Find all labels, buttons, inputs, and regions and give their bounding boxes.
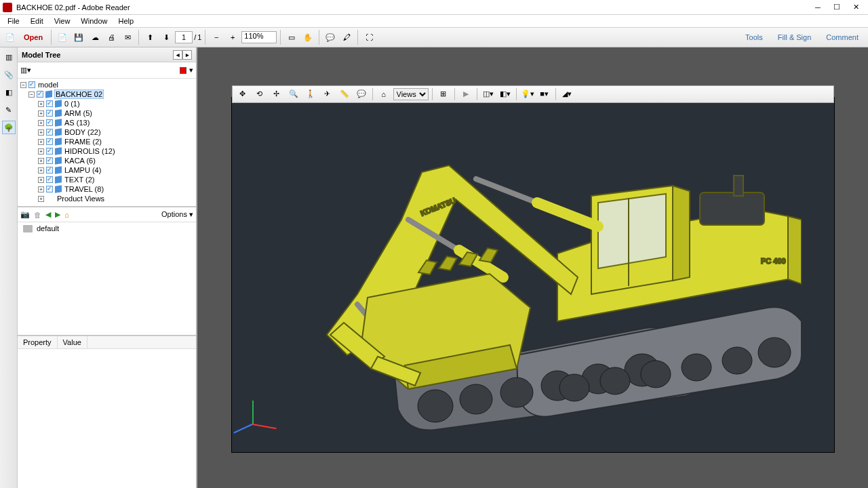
- create-pdf-icon[interactable]: 📄: [55, 30, 70, 45]
- expand-icon[interactable]: +: [38, 129, 44, 136]
- menu-view[interactable]: View: [50, 16, 75, 26]
- expand-icon[interactable]: +: [38, 120, 44, 126]
- tree-node[interactable]: +KACA (6): [18, 156, 196, 165]
- camera-icon[interactable]: 📷: [20, 210, 30, 219]
- expand-icon[interactable]: +: [38, 139, 44, 145]
- tree-node[interactable]: +FRAME (2): [18, 137, 196, 146]
- delete-icon[interactable]: 🗑: [34, 211, 41, 219]
- open-button[interactable]: Open: [19, 30, 47, 45]
- checkbox-icon[interactable]: [46, 110, 53, 117]
- expand-icon[interactable]: +: [38, 158, 44, 164]
- menu-file[interactable]: File: [3, 16, 24, 26]
- expand-icon[interactable]: +: [38, 148, 44, 155]
- page-number-input[interactable]: [175, 31, 193, 43]
- tree-node[interactable]: +AS (13): [18, 118, 196, 127]
- expand-icon[interactable]: +: [38, 177, 44, 183]
- checkbox-icon[interactable]: [37, 91, 43, 98]
- menu-bar: File Edit View Window Help: [0, 15, 868, 27]
- panel-prev-icon[interactable]: ◂: [173, 50, 182, 60]
- main-toolbar: 📄 Open 📄 💾 ☁ 🖨 ✉ ⬆ ⬇ / 1 − + 110% ▭ ✋ 💬 …: [0, 27, 868, 47]
- menu-edit[interactable]: Edit: [26, 16, 48, 26]
- comment-panel-link[interactable]: Comment: [819, 31, 865, 43]
- checkbox-icon[interactable]: [46, 148, 53, 155]
- tree-node-product-views[interactable]: +Product Views: [18, 194, 196, 203]
- signatures-icon[interactable]: ✎: [2, 103, 16, 117]
- part-icon: [55, 176, 62, 183]
- prev-view-icon[interactable]: ◀: [45, 210, 51, 219]
- expand-icon[interactable]: +: [38, 110, 44, 117]
- hand-tool-icon[interactable]: ✋: [300, 30, 315, 45]
- tree-node[interactable]: +ARM (5): [18, 108, 196, 118]
- page-up-icon[interactable]: ⬆: [142, 30, 157, 45]
- expand-icon[interactable]: +: [38, 186, 44, 192]
- page-separator: /: [194, 33, 196, 41]
- model-tree-icon[interactable]: 🌳: [2, 121, 16, 134]
- tree-node-backhoe[interactable]: − BACKHOE 02: [18, 89, 196, 99]
- part-icon: [55, 109, 62, 117]
- options-dropdown[interactable]: Options ▾: [161, 210, 193, 219]
- menu-window[interactable]: Window: [76, 16, 112, 26]
- tree-node[interactable]: +HIDROLIS (12): [18, 146, 196, 156]
- checkbox-icon[interactable]: [46, 129, 53, 136]
- document-area[interactable]: ✥ ⟲ ✢ 🔍 🚶 ✈ 📏 💬 ⌂ Views ⊞ ▶ ◫▾ ◧▾ 💡▾: [197, 47, 868, 488]
- read-mode-icon[interactable]: ⛶: [361, 30, 376, 45]
- page-down-icon[interactable]: ⬇: [159, 30, 174, 45]
- 3d-viewport[interactable]: ✥ ⟲ ✢ 🔍 🚶 ✈ 📏 💬 ⌂ Views ⊞ ▶ ◫▾ ◧▾ 💡▾: [231, 97, 835, 453]
- highlight-tool-icon[interactable]: 🖍: [339, 30, 354, 45]
- convert-icon[interactable]: 📄: [3, 30, 18, 45]
- checkbox-icon[interactable]: [46, 186, 53, 192]
- tree-node[interactable]: +0 (1): [18, 99, 196, 108]
- checkbox-icon[interactable]: [46, 176, 53, 183]
- home-view-icon[interactable]: ⌂: [64, 211, 69, 219]
- svg-rect-13: [734, 176, 743, 196]
- zoom-in-icon[interactable]: +: [225, 30, 240, 45]
- menu-help[interactable]: Help: [113, 16, 138, 26]
- default-view-folder[interactable]: default: [18, 222, 196, 235]
- email-icon[interactable]: ✉: [120, 30, 135, 45]
- tree-options-icon[interactable]: ▥▾: [20, 66, 33, 75]
- collapse-icon[interactable]: −: [20, 82, 26, 88]
- comment-tool-icon[interactable]: 💬: [323, 30, 338, 45]
- tree-label: KACA (6): [64, 157, 96, 165]
- layers-icon[interactable]: ◧: [2, 85, 16, 99]
- column-value: Value: [58, 336, 87, 348]
- navigation-strip: ▥ 📎 ◧ ✎ 🌳: [0, 47, 18, 488]
- next-view-icon[interactable]: ▶: [55, 210, 60, 219]
- checkbox-icon[interactable]: [46, 100, 53, 107]
- tree-node[interactable]: +TRAVEL (8): [18, 184, 196, 194]
- minimize-button[interactable]: ─: [808, 1, 827, 14]
- maximize-button[interactable]: ☐: [827, 1, 846, 14]
- zoom-level[interactable]: 110%: [241, 31, 277, 43]
- tree-node[interactable]: +BODY (22): [18, 127, 196, 137]
- expand-icon[interactable]: +: [38, 196, 44, 202]
- checkbox-icon[interactable]: [46, 157, 53, 164]
- tree-root[interactable]: − model: [18, 80, 196, 89]
- tree-label: LAMPU (4): [64, 166, 101, 174]
- checkbox-icon[interactable]: [28, 81, 35, 88]
- highlight-color-swatch[interactable]: [180, 67, 186, 74]
- selection-tool-icon[interactable]: ▭: [284, 30, 299, 45]
- print-icon[interactable]: 🖨: [104, 30, 119, 45]
- checkbox-icon[interactable]: [46, 138, 53, 145]
- thumbnails-icon[interactable]: ▥: [2, 50, 16, 64]
- checkbox-icon[interactable]: [46, 119, 53, 126]
- panel-next-icon[interactable]: ▸: [182, 50, 192, 60]
- svg-point-6: [559, 374, 589, 401]
- cloud-icon[interactable]: ☁: [87, 30, 102, 45]
- model-tree[interactable]: − model − BACKHOE 02 +0 (1) +ARM (5) +AS…: [18, 79, 196, 207]
- color-dropdown-icon[interactable]: ▾: [189, 66, 193, 75]
- tree-node[interactable]: +LAMPU (4): [18, 165, 196, 175]
- expand-icon[interactable]: +: [38, 167, 44, 174]
- 3d-model[interactable]: PC 400 KOMATSU: [232, 98, 834, 452]
- checkbox-icon[interactable]: [46, 167, 53, 174]
- fill-sign-link[interactable]: Fill & Sign: [771, 31, 818, 43]
- panel-title: Model Tree: [22, 51, 60, 59]
- collapse-icon[interactable]: −: [28, 92, 35, 98]
- attachments-icon[interactable]: 📎: [2, 68, 16, 81]
- close-button[interactable]: ✕: [846, 1, 865, 14]
- zoom-out-icon[interactable]: −: [209, 30, 224, 45]
- expand-icon[interactable]: +: [38, 101, 44, 107]
- save-icon[interactable]: 💾: [71, 30, 86, 45]
- tools-panel-link[interactable]: Tools: [738, 31, 770, 43]
- tree-node[interactable]: +TEXT (2): [18, 175, 196, 184]
